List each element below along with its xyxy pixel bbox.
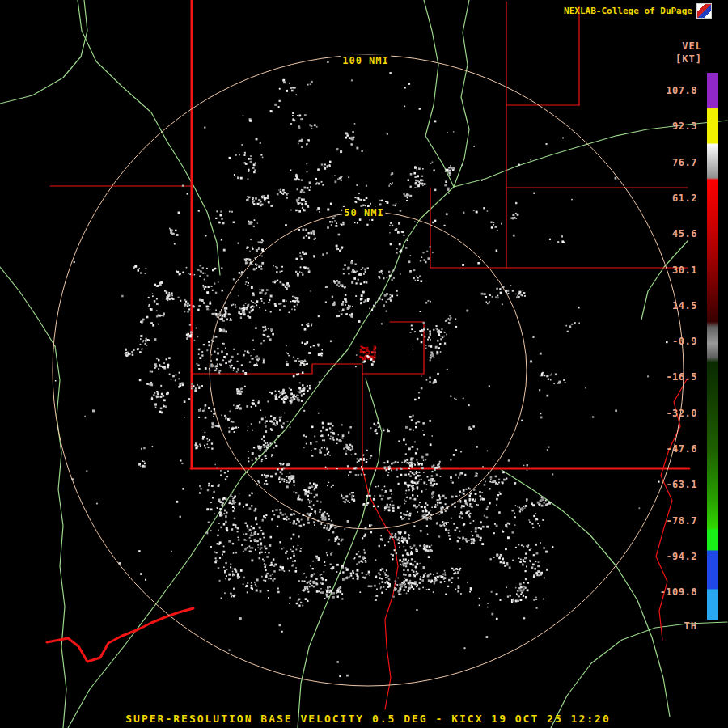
colorbar-tick: -109.8 xyxy=(660,586,697,598)
cod-logo-icon xyxy=(696,3,712,19)
colorbar-tick: 30.1 xyxy=(672,265,697,276)
colorbar-tick: 107.8 xyxy=(666,85,697,96)
colorbar-tick: -0.9 xyxy=(672,336,697,347)
colorbar-tick: -78.7 xyxy=(666,515,697,527)
radar-map xyxy=(0,0,728,728)
colorbar-tick: 14.5 xyxy=(672,300,697,311)
colorbar-unit-sublabel: [KT] xyxy=(675,53,702,65)
product-caption: SUPER-RESOLUTION BASE VELOCITY 0.5 DEG -… xyxy=(0,713,728,725)
velocity-colorbar xyxy=(707,73,718,620)
colorbar-tick: -63.1 xyxy=(666,479,697,490)
site-title: NEXLAB-College of DuPage xyxy=(564,6,692,16)
range-ring-label-100nmi: 100 NMI xyxy=(341,55,391,66)
colorbar-tick: 45.6 xyxy=(672,228,697,239)
colorbar-tick: -32.0 xyxy=(666,408,697,419)
colorbar-tick: 76.7 xyxy=(672,157,697,168)
radar-echoes xyxy=(55,61,668,677)
colorbar-unit-label: VEL xyxy=(682,40,702,52)
colorbar-tick: 61.2 xyxy=(672,193,697,204)
colorbar-tick: -94.2 xyxy=(666,551,697,562)
range-ring-label-50nmi: 50 NMI xyxy=(342,207,385,218)
colorbar-tick: 92.3 xyxy=(672,121,697,132)
colorbar-threshold-label: TH xyxy=(684,620,697,632)
colorbar-tick: -47.6 xyxy=(666,443,697,455)
radar-screen: 100 NMI 50 NMI NEXLAB-College of DuPage … xyxy=(0,0,728,728)
colorbar-tick: -16.5 xyxy=(666,371,697,383)
